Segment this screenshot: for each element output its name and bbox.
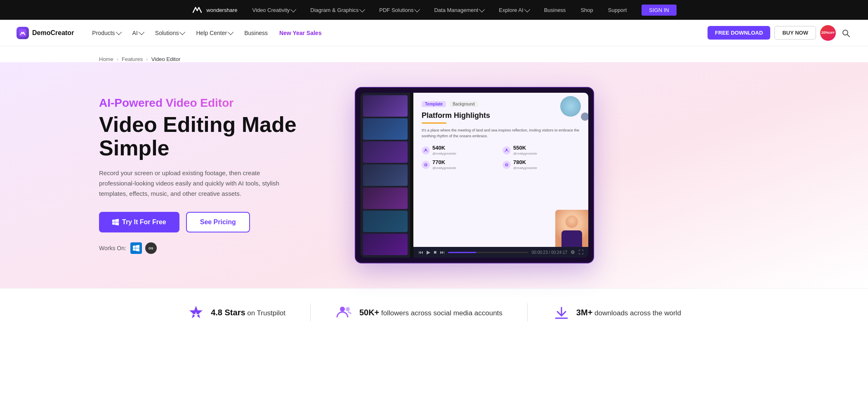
top-nav-data[interactable]: Data Management	[434, 7, 484, 13]
stat-icon-1	[422, 146, 430, 155]
video-thumbnail-4	[363, 164, 408, 186]
chevron-down-icon	[290, 6, 296, 12]
downloads-text: downloads across the world	[594, 309, 681, 317]
video-thumbnail-7	[363, 234, 408, 255]
sec-nav-help[interactable]: Help Center	[191, 26, 238, 40]
sign-in-button[interactable]: SIGN IN	[642, 5, 676, 16]
stat-followers: 50K+ followers across social media accou…	[311, 303, 528, 321]
video-thumbnail-5	[363, 188, 408, 209]
stat-icon-2	[502, 146, 511, 155]
top-nav-support[interactable]: Support	[608, 7, 627, 13]
stat-text-3: 770K @reallygreatsite	[432, 159, 456, 170]
svg-point-10	[346, 307, 350, 311]
person-body	[561, 230, 582, 247]
top-nav-business[interactable]: Business	[544, 7, 566, 13]
progress-bar[interactable]	[448, 252, 528, 253]
hero-subtitle: AI-Powered Video Editor	[99, 96, 330, 110]
stat-item-2: 550K @reallygreatsite	[502, 145, 580, 156]
person-face	[555, 210, 588, 247]
search-icon	[842, 29, 850, 37]
trustpilot-label: 4.8 Stars on Trustpilot	[211, 308, 285, 317]
top-nav-pdf[interactable]: PDF Solutions	[379, 7, 419, 13]
brand-logo[interactable]: DemoCreator	[17, 27, 74, 39]
breadcrumb: Home › Features › Video Editor	[0, 46, 868, 62]
breadcrumb-features[interactable]: Features	[122, 56, 143, 62]
stop-button[interactable]: ■	[434, 249, 436, 255]
chevron-down-icon	[414, 6, 420, 12]
top-nav-shop[interactable]: Shop	[580, 7, 593, 13]
brand-name: DemoCreator	[32, 29, 74, 37]
stat-downloads: 3M+ downloads across the world	[528, 303, 706, 321]
hero-title: Video Editing Made Simple	[99, 113, 330, 160]
downloads-label: 3M+ downloads across the world	[576, 308, 681, 317]
breadcrumb-home[interactable]: Home	[99, 56, 113, 62]
wondershare-logo-text: wondershare	[206, 7, 237, 13]
try-free-button[interactable]: Try It For Free	[99, 212, 179, 232]
chevron-down-icon	[139, 29, 144, 35]
breadcrumb-sep-2: ›	[146, 56, 148, 62]
stat-item-3: 770K @reallygreatsite	[422, 159, 499, 170]
panel-person-image	[555, 210, 588, 247]
video-editor-interface: Template Background Platform Highlights …	[361, 93, 588, 258]
svg-point-3	[425, 149, 427, 150]
windows-os-icon	[133, 245, 139, 251]
sec-nav-business[interactable]: Business	[239, 26, 273, 40]
panel-tab-background[interactable]: Background	[449, 101, 478, 107]
chevron-down-icon	[116, 29, 122, 35]
followers-count: 50K+	[359, 308, 379, 317]
search-button[interactable]	[840, 27, 851, 39]
trustpilot-text: on Trustpilot	[247, 309, 285, 317]
video-thumbnail-3	[363, 141, 408, 163]
chevron-down-icon	[359, 6, 365, 12]
video-controls: ⏮ ▶ ■ ⏭ 00:00:23 / 00:24:17 ⚙ ⛶	[413, 247, 588, 258]
play-back-button[interactable]: ⏮	[418, 249, 423, 255]
breadcrumb-current: Video Editor	[151, 56, 181, 62]
video-preview-card: Template Background Platform Highlights …	[355, 87, 594, 263]
panel-tab-template[interactable]: Template	[422, 101, 446, 107]
chevron-down-icon	[228, 29, 234, 35]
sec-nav-solutions[interactable]: Solutions	[150, 26, 190, 40]
svg-point-9	[340, 307, 345, 312]
works-on-icons: OS	[130, 242, 157, 254]
panel-stats: 540K @reallygreatsite 550K @r	[422, 145, 580, 171]
hero-video-preview: Template Background Platform Highlights …	[355, 87, 594, 263]
promo-badge[interactable]: 20% OFF	[820, 25, 836, 41]
video-panel-content: Template Background Platform Highlights …	[413, 93, 588, 247]
person-head	[566, 216, 578, 228]
settings-button[interactable]: ⚙	[571, 249, 575, 255]
stat-icon-3	[422, 161, 430, 169]
top-nav-video-creativity[interactable]: Video Creativity	[252, 7, 295, 13]
chevron-down-icon	[479, 6, 485, 12]
svg-point-1	[843, 30, 848, 35]
video-sidebar	[361, 93, 410, 258]
sec-nav-ai[interactable]: AI	[127, 26, 149, 40]
top-nav-explore-ai[interactable]: Explore AI	[499, 7, 529, 13]
stat-icon-4	[502, 161, 511, 169]
top-nav-diagram[interactable]: Diagram & Graphics	[310, 7, 364, 13]
works-on: Works On: OS	[99, 242, 330, 254]
hero-buttons: Try It For Free See Pricing	[99, 212, 330, 232]
panel-accent-line	[422, 122, 446, 124]
play-button[interactable]: ▶	[427, 249, 430, 255]
free-download-button[interactable]: FREE DOWNLOAD	[708, 26, 770, 40]
decorative-circle	[560, 96, 581, 117]
wondershare-logo[interactable]: wondershare	[191, 6, 237, 14]
skip-forward-button[interactable]: ⏭	[440, 249, 445, 255]
see-pricing-button[interactable]: See Pricing	[186, 212, 250, 232]
sec-nav-actions: FREE DOWNLOAD BUY NOW 20% OFF	[708, 25, 851, 41]
hero-section: AI-Powered Video Editor Video Editing Ma…	[0, 62, 868, 288]
sec-nav-products[interactable]: Products	[87, 26, 125, 40]
download-icon	[552, 303, 571, 321]
svg-point-4	[506, 149, 507, 150]
time-display: 00:00:23 / 00:24:17	[532, 250, 567, 255]
stat-item-4: 780K @reallygreatsite	[502, 159, 580, 170]
people-icon	[335, 303, 354, 321]
new-year-sales-link[interactable]: New Year Sales	[274, 26, 326, 40]
fullscreen-button[interactable]: ⛶	[578, 249, 583, 255]
buy-now-button[interactable]: BUY NOW	[774, 26, 816, 40]
progress-fill	[448, 252, 476, 253]
stat-trustpilot: 4.8 Stars on Trustpilot	[162, 303, 311, 321]
video-main-area: Template Background Platform Highlights …	[413, 93, 588, 258]
star-icon	[187, 303, 205, 321]
video-thumbnail-2	[363, 118, 408, 140]
